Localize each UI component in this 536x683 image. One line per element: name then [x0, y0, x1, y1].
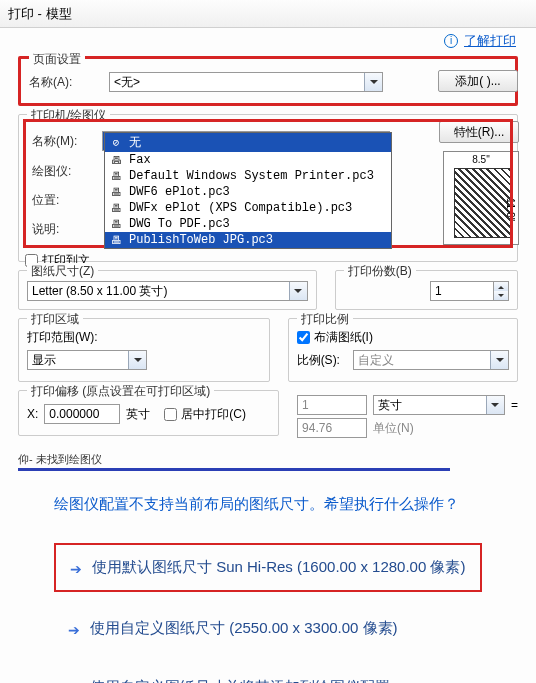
- page-setup-name-label: 名称(A):: [29, 74, 93, 91]
- plotter-icon: 🖶: [109, 201, 123, 215]
- arrow-right-icon: ➔: [70, 558, 82, 580]
- description-label: 说明:: [32, 221, 96, 238]
- center-plot-checkbox[interactable]: [164, 408, 177, 421]
- fit-to-paper-checkbox[interactable]: [297, 331, 310, 344]
- plotter-config-question: 绘图仪配置不支持当前布局的图纸尺寸。希望执行什么操作？: [54, 491, 482, 517]
- printer-group: 打印机/绘图仪 特性(R)... 8.5" 11.0" 名称(M): 绘图仪: …: [18, 114, 518, 262]
- chevron-down-icon[interactable]: [490, 351, 508, 369]
- page-setup-name-value[interactable]: [109, 72, 383, 92]
- paper-size-select[interactable]: [27, 281, 308, 301]
- scale-select[interactable]: [353, 350, 509, 370]
- arrow-right-icon: ➔: [68, 678, 80, 683]
- chevron-down-icon[interactable]: [289, 282, 307, 300]
- scale-label: 比例(S):: [297, 352, 347, 369]
- printer-option-dwfx[interactable]: 🖶DWFx ePlot (XPS Compatible).pc3: [105, 200, 391, 216]
- footer-truncated: 仰- 未找到绘图仪: [18, 452, 102, 468]
- copies-group: 打印份数(B): [335, 270, 518, 310]
- learn-print-link[interactable]: 了解打印: [464, 32, 516, 50]
- chevron-down-icon[interactable]: [364, 73, 382, 91]
- print-area-group: 打印区域 打印范围(W):: [18, 318, 270, 382]
- page-setup-name-select[interactable]: [109, 72, 383, 92]
- fax-icon: 🖷: [109, 153, 123, 167]
- page-setup-title: 页面设置: [29, 51, 85, 68]
- paper-size-title: 图纸尺寸(Z): [27, 263, 98, 280]
- center-plot-label: 居中打印(C): [181, 406, 246, 423]
- offset-x-unit: 英寸: [126, 406, 150, 423]
- plot-scale-title: 打印比例: [297, 311, 353, 328]
- printer-dropdown-list[interactable]: ⊘无 🖷Fax 🖶Default Windows System Printer.…: [104, 132, 392, 249]
- add-page-setup-button[interactable]: 添加( )...: [438, 70, 518, 92]
- offset-x-label: X:: [27, 407, 38, 421]
- paper-size-group: 图纸尺寸(Z): [18, 270, 317, 310]
- offset-x-input[interactable]: [44, 404, 120, 424]
- chevron-down-icon[interactable]: [486, 396, 504, 414]
- scale-unit2-unit: 单位(N): [373, 420, 414, 437]
- printer-name-label: 名称(M):: [32, 133, 96, 150]
- plotter-icon: 🖶: [109, 217, 123, 231]
- equals-label: =: [511, 398, 518, 412]
- fit-to-paper-label: 布满图纸(I): [314, 329, 373, 346]
- use-custom-size-option[interactable]: ➔ 使用自定义图纸尺寸 (2550.00 x 3300.00 像素): [54, 606, 482, 651]
- scale-unit2-input[interactable]: [297, 418, 367, 438]
- print-area-title: 打印区域: [27, 311, 83, 328]
- use-custom-size-add-option[interactable]: ➔ 使用自定义图纸尺寸并将其添加到绘图仪配置: [54, 665, 482, 683]
- print-range-label: 打印范围(W):: [27, 329, 261, 346]
- plot-offset-group: 打印偏移 (原点设置在可打印区域) X: 英寸 居中打印(C): [18, 390, 279, 436]
- window-titlebar: 打印 - 模型: [0, 0, 536, 28]
- printer-option-default[interactable]: 🖶Default Windows System Printer.pc3: [105, 168, 391, 184]
- spinner-up[interactable]: [494, 282, 508, 291]
- printer-option-fax[interactable]: 🖷Fax: [105, 152, 391, 168]
- copies-input[interactable]: [430, 281, 494, 301]
- printer-option-dwf6[interactable]: 🖶DWF6 ePlot.pc3: [105, 184, 391, 200]
- info-icon: i: [444, 34, 458, 48]
- scale-unit1-input[interactable]: [297, 395, 367, 415]
- plotter-label: 绘图仪:: [32, 163, 96, 180]
- printer-option-jpg[interactable]: 🖶PublishToWeb JPG.pc3: [105, 232, 391, 248]
- plotter-icon: 🖶: [109, 233, 123, 247]
- chevron-down-icon[interactable]: [128, 351, 146, 369]
- plot-offset-title: 打印偏移 (原点设置在可打印区域): [27, 383, 214, 400]
- arrow-right-icon: ➔: [68, 619, 80, 641]
- printer-icon: 🖶: [109, 169, 123, 183]
- plot-scale-group: 打印比例 布满图纸(I) 比例(S):: [288, 318, 518, 382]
- copies-title: 打印份数(B): [344, 263, 416, 280]
- plotter-icon: 🖶: [109, 185, 123, 199]
- none-icon: ⊘: [109, 136, 123, 150]
- printer-option-pdf[interactable]: 🖶DWG To PDF.pc3: [105, 216, 391, 232]
- use-default-size-option[interactable]: ➔ 使用默认图纸尺寸 Sun Hi-Res (1600.00 x 1280.00…: [54, 543, 482, 592]
- window-title: 打印 - 模型: [8, 5, 72, 23]
- location-label: 位置:: [32, 192, 96, 209]
- printer-option-none[interactable]: ⊘无: [105, 133, 391, 152]
- spinner-down[interactable]: [494, 291, 508, 300]
